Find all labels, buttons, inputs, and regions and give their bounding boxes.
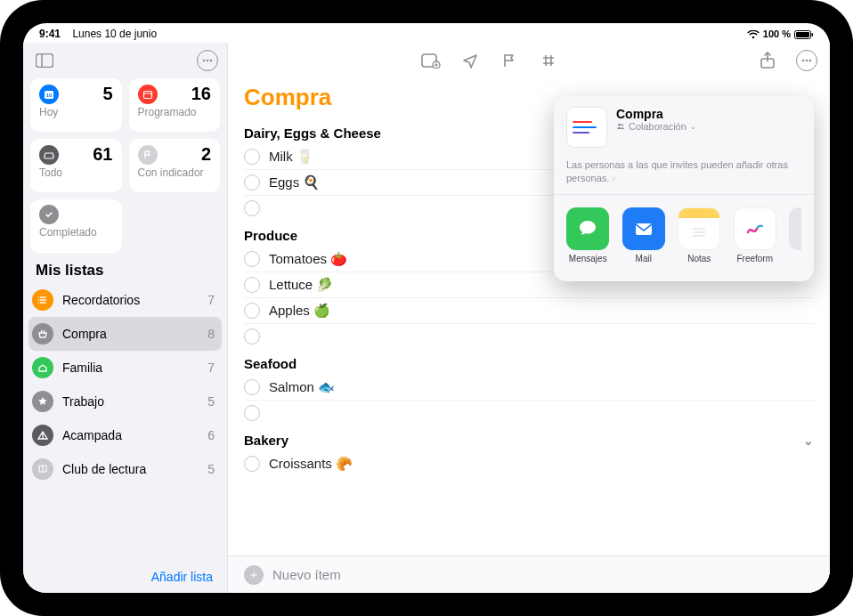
complete-radio[interactable] [244,303,260,319]
screen: 9:41 Lunes 10 de junio 100 % ••• [23,23,830,593]
card-today[interactable]: 10 5 Hoy [30,78,122,132]
group-header[interactable]: Seafood [244,349,814,375]
complete-radio[interactable] [244,174,260,190]
tray-icon [39,145,59,165]
reminder-group: Bakery⌄Croissants 🥐 [228,426,830,476]
sidebar-list-item[interactable]: Trabajo5 [23,385,227,418]
share-app-mail[interactable]: Mail [622,207,666,263]
share-permissions-button[interactable]: Las personas a las que invites pueden añ… [554,153,814,185]
sidebar-list-item[interactable]: Acampada6 [23,418,227,452]
svg-rect-10 [143,91,151,98]
freeform-app-icon [734,207,776,250]
list-count: 5 [207,462,215,476]
reminder-item-empty[interactable]: . [244,401,814,426]
share-app-messages[interactable]: Mensajes [566,207,610,263]
svg-point-25 [806,60,808,62]
complete-radio[interactable] [244,200,260,216]
list-color-icon [32,323,53,344]
smart-lists-grid: 10 5 Hoy 16 Programado [23,78,227,253]
list-color-icon [32,458,53,480]
card-all-label: Todo [39,166,113,179]
share-note-text: Las personas a las que invites pueden añ… [566,159,788,183]
location-button[interactable] [459,50,481,71]
toggle-sidebar-button[interactable] [32,49,57,72]
share-app-notes[interactable]: Notas [678,207,721,263]
card-today-label: Hoy [39,106,113,118]
sidebar-list-item[interactable]: Recordatorios7 [23,283,227,317]
svg-point-17 [38,299,40,301]
card-flagged-count: 2 [201,144,211,165]
svg-point-24 [802,60,805,62]
complete-radio[interactable] [244,456,260,472]
calendar-today-icon: 10 [39,85,59,104]
group-name: Produce [244,228,297,243]
reminder-text: Salmon 🐟 [269,379,335,395]
plus-circle-icon: ＋ [244,565,264,585]
complete-radio[interactable] [244,251,260,267]
list-count: 6 [207,428,215,442]
status-left: 9:41 Lunes 10 de junio [39,28,157,40]
complete-radio[interactable] [244,328,260,344]
share-app-freeform[interactable]: Freeform [734,207,777,263]
status-bar: 9:41 Lunes 10 de junio 100 % [23,23,830,43]
sidebar-more-button[interactable] [197,50,218,71]
flag-icon [138,145,158,165]
sidebar-list-item[interactable]: Compra8 [28,317,222,351]
complete-radio[interactable] [244,379,260,395]
svg-point-26 [809,60,812,62]
sidebar-list-item[interactable]: Club de lectura5 [23,452,227,486]
main-toolbar [228,43,830,78]
complete-radio[interactable] [244,277,260,293]
reminder-item[interactable]: Croissants 🥐 [244,451,814,476]
share-app-label: Mensajes [569,254,607,263]
share-button[interactable] [757,50,778,71]
share-subtitle: Colaboración [629,121,686,132]
sidebar-list-item[interactable]: Familia7 [23,351,227,385]
complete-radio[interactable] [244,149,260,165]
list-name: Club de lectura [62,462,199,476]
share-thumbnail-icon [566,107,607,148]
calendar-badge-button[interactable] [420,50,442,71]
svg-point-7 [210,60,213,62]
reminder-text: Milk 🥛 [269,149,313,165]
chevron-right-icon: › [612,173,615,183]
my-lists: Recordatorios7Compra8Familia7Trabajo5Aca… [23,283,227,561]
mail-app-icon [622,207,665,250]
svg-rect-3 [37,54,53,68]
app-body: 10 5 Hoy 16 Programado [23,43,830,593]
calendar-icon [138,85,158,104]
reminder-text: Apples 🍏 [269,303,330,319]
group-header[interactable]: Bakery⌄ [244,426,814,451]
main-pane: Compra Dairy, Eggs & CheeseMilk 🥛Eggs 🍳.… [228,43,830,593]
new-item-bar[interactable]: ＋ Nuevo ítem [228,555,830,593]
main-more-button[interactable] [796,50,817,71]
share-app-more-peek[interactable] [789,207,801,263]
list-color-icon [32,357,53,378]
group-name: Bakery [244,433,288,448]
reminder-item-empty[interactable]: . [244,324,814,349]
card-all[interactable]: 61 Todo [30,139,122,192]
share-popover: Compra Colaboración ⌄ Las personas a las… [554,96,814,281]
battery-icon [794,28,814,39]
reminder-item[interactable]: Apples 🍏 [244,298,814,324]
reminder-item[interactable]: Salmon 🐟 [244,375,814,401]
status-date: Lunes 10 de junio [72,28,157,40]
flag-button[interactable] [499,50,520,71]
list-name: Familia [62,361,199,375]
wifi-icon [747,28,760,39]
card-flagged[interactable]: 2 Con indicador [129,139,221,192]
tag-button[interactable] [538,50,559,71]
list-name: Trabajo [62,394,199,409]
checkmark-circle-icon [39,205,59,224]
add-list-button[interactable]: Añadir lista [23,561,227,593]
svg-point-28 [621,124,623,126]
my-lists-header: Mis listas [23,253,227,283]
complete-radio[interactable] [244,405,260,421]
list-color-icon [32,289,53,311]
chevron-down-icon[interactable]: ⌄ [803,434,814,448]
card-scheduled-count: 16 [191,84,211,104]
card-completed[interactable]: Completado [30,199,122,253]
share-mode-button[interactable]: Colaboración ⌄ [616,121,801,132]
group-name: Dairy, Eggs & Cheese [244,126,381,141]
card-scheduled[interactable]: 16 Programado [129,78,221,132]
